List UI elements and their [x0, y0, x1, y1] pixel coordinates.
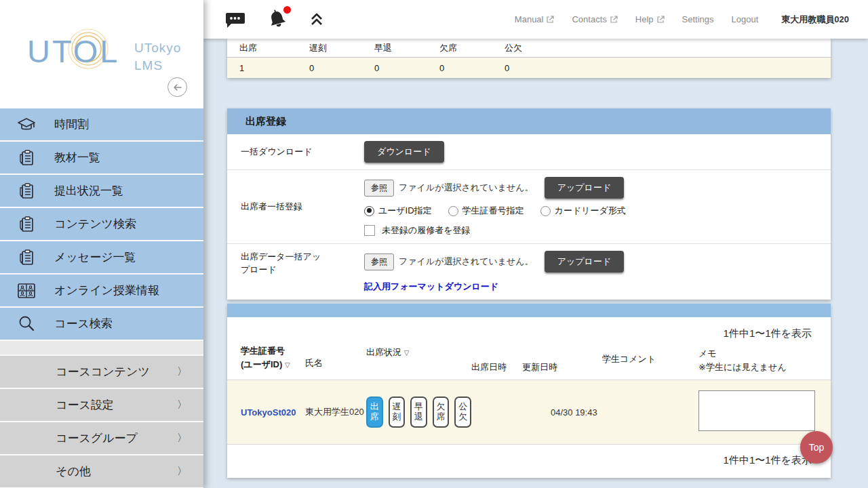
result-count-bottom: 1件中1〜1件を表示 — [227, 445, 831, 478]
summary-col-excused: 公欠 — [492, 42, 557, 54]
username-display: 東大用教職員020 — [781, 14, 849, 26]
topbar: Manual Contacts Help Settings Logout 東大用… — [203, 0, 868, 39]
student-table-header: 学生証番号 (ユーザID) ▽ 氏名 出席状況 ▽ 出席日時 更新日時 学生コメ… — [227, 340, 831, 380]
summary-header-row: 出席 遅刻 早退 欠席 公欠 — [227, 39, 831, 58]
status-late-button[interactable]: 遅刻 — [389, 396, 406, 428]
external-link-icon — [546, 16, 554, 24]
browse-button[interactable]: 参照 — [364, 180, 394, 197]
col-status[interactable]: 出席状況 ▽ — [366, 343, 471, 374]
radio-card-reader[interactable] — [540, 206, 551, 216]
col-student-comment: 学生コメント — [600, 343, 698, 374]
summary-col-early-leave: 早退 — [362, 42, 427, 54]
download-button[interactable]: ダウンロード — [364, 141, 444, 163]
summary-col-absent: 欠席 — [427, 42, 492, 54]
col-update-time: 更新日時 — [522, 343, 600, 374]
sidebar-item-label: 教材一覧 — [54, 150, 100, 165]
sidebar-item-label: オンライン授業情報 — [54, 283, 159, 298]
student-row: UTokyoSt020 東大用学生020 出席 遅刻 早退 欠席 公欠 04/3… — [227, 380, 831, 445]
bulk-upload-label: 出席データ一括アップロード — [241, 251, 364, 293]
logo-area: UTOL UTokyo LMS — [0, 0, 203, 108]
status-button-group: 出席 遅刻 早退 欠席 公欠 — [366, 396, 471, 428]
no-file-selected-text: ファイルが選択されていません。 — [399, 256, 534, 268]
sidebar-item-label: 時間割 — [54, 117, 89, 132]
sidebar-item-course-search[interactable]: コース検索 — [0, 308, 203, 341]
sidebar-item-course-group[interactable]: コースグループ 〉 — [0, 422, 203, 455]
summary-value-excused: 0 — [492, 63, 557, 73]
settings-link[interactable]: Settings — [682, 14, 714, 24]
graduation-cap-icon — [15, 116, 38, 134]
search-icon — [15, 314, 38, 333]
sidebar-item-online-class-info[interactable]: オンライン授業情報 — [0, 274, 203, 308]
sort-icon[interactable]: ▽ — [285, 361, 290, 369]
messages-button[interactable] — [224, 11, 245, 28]
chevron-right-icon: 〉 — [177, 465, 187, 478]
radio-user-id-label: ユーザID指定 — [378, 205, 432, 217]
sort-icon[interactable]: ▽ — [404, 349, 410, 357]
online-class-icon — [15, 282, 38, 300]
sidebar-item-label: コースコンテンツ — [56, 364, 150, 380]
contacts-link[interactable]: Contacts — [572, 14, 617, 24]
radio-user-id[interactable] — [364, 206, 374, 216]
student-attendance-panel: 1件中1〜1件を表示 学生証番号 (ユーザID) ▽ 氏名 出席状況 ▽ 出席日… — [227, 304, 831, 478]
sidebar-item-materials[interactable]: 教材一覧 — [0, 142, 203, 175]
sidebar-item-course-contents[interactable]: コースコンテンツ 〉 — [0, 356, 203, 389]
sidebar-collapse-button[interactable] — [167, 77, 187, 97]
upload-button[interactable]: アップロード — [545, 251, 625, 272]
logout-link[interactable]: Logout — [732, 14, 759, 24]
sidebar-item-label: コンテンツ検索 — [54, 216, 136, 232]
sidebar-item-label: コース検索 — [54, 316, 113, 331]
sidebar-item-label: コース設定 — [56, 397, 114, 413]
sidebar-item-course-settings[interactable]: コース設定 〉 — [0, 389, 203, 422]
attendance-register-panel: 出席登録 一括ダウンロード ダウンロード 出席者一括登録 参照 ファイルが選択さ… — [227, 108, 831, 300]
browse-button[interactable]: 参照 — [364, 253, 394, 270]
sidebar-item-content-search[interactable]: コンテンツ検索 — [0, 208, 203, 241]
radio-student-card-number-label: 学生証番号指定 — [462, 205, 524, 217]
chevron-right-icon: 〉 — [177, 365, 187, 378]
help-link[interactable]: Help — [635, 14, 665, 24]
radio-student-card-number[interactable] — [448, 206, 458, 216]
update-time-value: 04/30 19:43 — [522, 407, 597, 418]
summary-col-late: 遅刻 — [297, 42, 362, 54]
col-name: 氏名 — [305, 343, 366, 374]
summary-col-present: 出席 — [227, 42, 297, 54]
memo-textarea[interactable] — [698, 390, 815, 431]
clipboard-icon — [15, 182, 38, 201]
status-excused-button[interactable]: 公欠 — [454, 396, 471, 428]
main-area: Manual Contacts Help Settings Logout 東大用… — [203, 0, 868, 488]
double-chevron-up-icon — [309, 12, 324, 27]
sidebar-item-label: その他 — [56, 464, 91, 479]
col-student-id[interactable]: 学生証番号 (ユーザID) ▽ — [241, 343, 305, 374]
summary-value-late: 0 — [297, 63, 362, 73]
summary-value-present: 1 — [227, 63, 297, 73]
notification-badge — [283, 6, 291, 14]
sidebar-item-submission-status[interactable]: 提出状況一覧 — [0, 175, 203, 208]
summary-value-early-leave: 0 — [362, 63, 427, 73]
sidebar-item-others[interactable]: その他 〉 — [0, 455, 203, 488]
col-attend-time: 出席日時 — [471, 343, 522, 374]
attendance-summary-table: 出席 遅刻 早退 欠席 公欠 1 0 0 0 0 — [227, 39, 831, 78]
status-early-leave-button[interactable]: 早退 — [410, 396, 427, 428]
notifications-button[interactable] — [266, 9, 289, 30]
bulk-register-row: 出席者一括登録 参照 ファイルが選択されていません。 アップロード ユーザID指… — [227, 170, 831, 244]
upload-button[interactable]: アップロード — [545, 177, 625, 199]
sidebar-item-timetable[interactable]: 時間割 — [0, 108, 203, 142]
bulk-download-row: 一括ダウンロード ダウンロード — [227, 134, 831, 170]
register-unregistered-label: 未登録の履修者を登録 — [382, 224, 471, 237]
table-header-bar — [227, 304, 831, 317]
manual-link[interactable]: Manual — [515, 14, 555, 24]
sidebar-item-label: メッセージ一覧 — [54, 249, 136, 265]
format-download-link[interactable]: 記入用フォーマットダウンロード — [364, 281, 624, 293]
arrow-left-icon — [172, 82, 183, 93]
status-absent-button[interactable]: 欠席 — [433, 396, 450, 428]
sidebar-item-label: 提出状況一覧 — [54, 183, 123, 199]
external-link-icon — [656, 16, 665, 24]
sidebar-menu: 時間割 教材一覧 提出状況一覧 コンテンツ検索 メッセージ一覧 — [0, 108, 203, 341]
sidebar-item-messages[interactable]: メッセージ一覧 — [0, 241, 203, 274]
student-id-link[interactable]: UTokyoSt020 — [241, 407, 296, 418]
register-unregistered-checkbox[interactable] — [364, 225, 375, 236]
chevron-right-icon: 〉 — [177, 399, 187, 411]
status-present-button[interactable]: 出席 — [366, 396, 383, 428]
scroll-to-top-button[interactable]: Top — [800, 431, 833, 464]
collapse-topbar-button[interactable] — [309, 12, 324, 27]
bulk-register-label: 出席者一括登録 — [241, 201, 364, 213]
